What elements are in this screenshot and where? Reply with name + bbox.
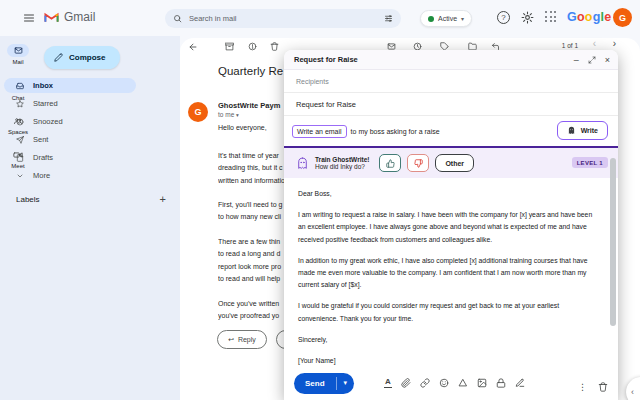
thumbs-up-button[interactable] xyxy=(379,154,401,172)
account-avatar[interactable]: G xyxy=(613,8,632,27)
email-body-line: First, you'll need to g xyxy=(218,201,284,213)
email-body-line xyxy=(218,189,284,201)
star-icon xyxy=(16,100,24,108)
emoji-icon[interactable] xyxy=(439,378,449,388)
older-email-icon[interactable]: › xyxy=(613,39,616,49)
trash-icon[interactable] xyxy=(270,42,279,51)
send-icon xyxy=(16,136,24,144)
train-title: Train GhostWrite! xyxy=(315,156,369,163)
gear-icon[interactable] xyxy=(521,11,534,24)
prompt-chip-input[interactable]: Write an email xyxy=(292,125,347,138)
ghost-icon xyxy=(296,157,309,170)
reply-button[interactable]: ↩ Reply xyxy=(217,330,267,349)
gmail-m-icon xyxy=(44,12,59,23)
sidebar-item-snoozed[interactable]: Snoozed xyxy=(4,114,136,129)
email-body-line: There are a few thin xyxy=(218,238,284,250)
train-subtitle: How did Inky do? xyxy=(315,163,369,170)
email-subject-title: Quarterly Re xyxy=(218,65,284,77)
minimize-icon[interactable]: – xyxy=(574,56,579,65)
sidebar-item-sent[interactable]: Sent xyxy=(4,132,136,147)
compose-paragraph: I would be grateful if you could conside… xyxy=(298,300,600,324)
rail-item-mail[interactable]: Mail xyxy=(0,44,36,65)
sender-avatar[interactable]: G xyxy=(188,102,208,122)
recipient-details-toggle[interactable]: to me ▾ xyxy=(218,111,239,118)
email-body-line: to read and will help xyxy=(218,275,284,287)
compose-header[interactable]: Request for Raise – × xyxy=(284,50,618,70)
email-body-line: you've proofread yo xyxy=(218,312,284,324)
thumbs-up-icon xyxy=(386,159,395,168)
tune-filter-icon[interactable] xyxy=(384,14,393,23)
menu-icon[interactable] xyxy=(22,12,36,24)
level-badge: LEVEL 1 xyxy=(572,157,608,168)
compose-paragraph: Dear Boss, xyxy=(298,188,600,200)
discard-draft-icon[interactable] xyxy=(598,382,608,392)
train-ghostwrite-panel: Train GhostWrite! How did Inky do? Other… xyxy=(284,146,618,178)
chevron-down-icon xyxy=(16,172,24,180)
mail-icon xyxy=(14,46,23,55)
email-body-line xyxy=(218,226,284,238)
compose-window: Request for Raise – × Recipients Request… xyxy=(284,50,618,400)
compose-paragraph: I am writing to request a raise in salar… xyxy=(298,209,600,246)
confidential-lock-icon[interactable] xyxy=(496,378,506,388)
more-options-icon[interactable]: ⋮ xyxy=(578,383,587,392)
sidebar-item-starred[interactable]: Starred xyxy=(4,96,136,111)
email-body-line: to read a long and d xyxy=(218,250,284,262)
search-icon xyxy=(173,14,182,23)
send-button[interactable]: Send ▾ xyxy=(294,373,354,394)
attach-icon[interactable] xyxy=(401,378,411,388)
chevron-down-icon: ▾ xyxy=(461,15,464,22)
close-icon[interactable]: × xyxy=(605,56,610,65)
status-selector[interactable]: Active ▾ xyxy=(420,10,472,27)
status-label: Active xyxy=(438,15,457,22)
labels-section: Labels + xyxy=(16,194,166,205)
help-icon[interactable]: ? xyxy=(497,11,510,24)
newer-email-icon[interactable]: ‹ xyxy=(593,39,596,49)
pagination-counter: 1 of 1 xyxy=(562,42,578,49)
sidebar-item-drafts[interactable]: Drafts xyxy=(4,150,136,165)
email-body-line: It's that time of year xyxy=(218,152,284,164)
top-header: Gmail Active ▾ ? Google G xyxy=(0,0,640,36)
insert-photo-icon[interactable] xyxy=(477,378,487,388)
link-icon[interactable] xyxy=(420,378,430,388)
google-logo: Google xyxy=(567,10,611,24)
gmail-logo[interactable]: Gmail xyxy=(44,10,95,24)
pop-out-icon[interactable] xyxy=(588,56,596,64)
ghost-icon xyxy=(567,126,576,135)
subject-field[interactable]: Request for Raise xyxy=(284,93,618,116)
compose-scrollbar[interactable] xyxy=(610,158,616,326)
add-label-icon[interactable]: + xyxy=(160,194,166,205)
left-panel: Mail Chat Spaces Meet Compose Inbox Star… xyxy=(0,36,180,400)
pencil-icon xyxy=(54,53,63,62)
email-body-line: Once you've written xyxy=(218,300,284,312)
compose-body-editor[interactable]: Dear Boss,I am writing to request a rais… xyxy=(284,178,618,372)
ghostwrite-prompt-bar: Write an email to my boss asking for a r… xyxy=(284,116,618,146)
compose-paragraph: In addition to my great work ethic, I ha… xyxy=(298,255,600,292)
other-feedback-button[interactable]: Other xyxy=(435,154,474,172)
drive-icon[interactable] xyxy=(458,378,468,388)
report-spam-icon[interactable] xyxy=(248,42,257,51)
back-arrow-icon[interactable] xyxy=(188,42,198,52)
formatting-icon[interactable]: A xyxy=(384,378,392,388)
search-input[interactable] xyxy=(189,14,377,23)
email-body-preview: It's that time of yeardreading this, but… xyxy=(218,152,284,324)
search-bar[interactable] xyxy=(165,9,401,28)
labels-header: Labels xyxy=(16,195,40,204)
prompt-text[interactable]: to my boss asking for a raise xyxy=(351,128,440,135)
active-status-dot xyxy=(428,16,434,22)
apps-grid-icon[interactable] xyxy=(545,11,557,23)
write-button[interactable]: Write xyxy=(557,121,608,140)
archive-icon[interactable] xyxy=(225,42,234,51)
compose-button[interactable]: Compose xyxy=(44,46,120,69)
recipients-field[interactable]: Recipients xyxy=(284,70,618,93)
clock-icon xyxy=(16,118,24,126)
send-options-icon[interactable]: ▾ xyxy=(337,379,355,387)
sender-name: GhostWrite Paym xyxy=(218,101,284,110)
thumbs-down-button[interactable] xyxy=(407,154,429,172)
sidebar-item-inbox[interactable]: Inbox xyxy=(4,78,136,93)
document-icon xyxy=(16,154,24,162)
email-body-line: dreading this, but it c xyxy=(218,164,284,176)
chevron-down-icon: ▾ xyxy=(236,112,239,118)
sidebar-item-more[interactable]: More xyxy=(4,168,136,183)
chevron-left-icon: ‹ xyxy=(631,387,634,397)
signature-pen-icon[interactable] xyxy=(515,378,525,388)
